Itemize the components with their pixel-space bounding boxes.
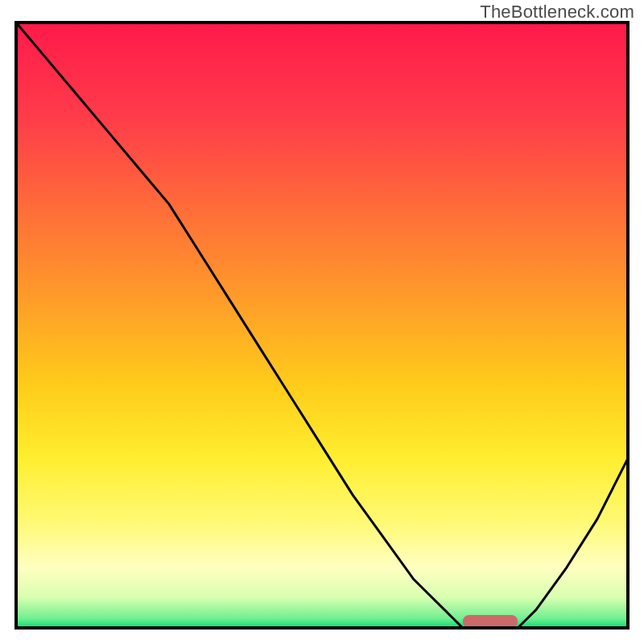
chart-container: { "watermark": "TheBottleneck.com", "cha… [0, 0, 644, 644]
bottleneck-chart [0, 0, 644, 644]
watermark-text: TheBottleneck.com [480, 2, 634, 23]
gradient-background [16, 23, 628, 628]
optimal-range-marker [463, 615, 518, 628]
